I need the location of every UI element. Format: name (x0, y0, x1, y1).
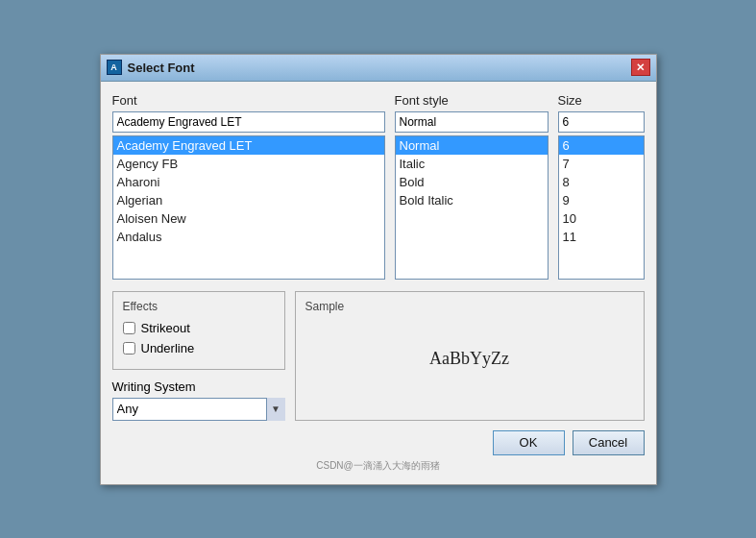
font-label: Font (112, 93, 385, 108)
writing-system-select[interactable]: Any (112, 398, 285, 421)
style-input[interactable] (395, 111, 549, 133)
font-item-andalus[interactable]: Andalus (113, 228, 384, 246)
size-list[interactable]: 6 7 8 9 10 11 (558, 135, 645, 280)
sample-text: AaBbYyZz (305, 321, 634, 398)
style-list[interactable]: Normal Italic Bold Bold Italic (395, 135, 549, 280)
style-section: Font style Normal Italic Bold Bold Itali… (395, 93, 549, 280)
font-item-agency-fb[interactable]: Agency FB (113, 155, 384, 173)
size-item-6[interactable]: 6 (559, 136, 644, 155)
size-item-11[interactable]: 11 (559, 228, 644, 246)
size-label: Size (558, 93, 645, 108)
underline-checkbox[interactable] (123, 342, 135, 355)
size-item-7[interactable]: 7 (559, 155, 644, 173)
font-section: Font Academy Engraved LET Agency FB Ahar… (112, 93, 385, 280)
dialog-body: Font Academy Engraved LET Agency FB Ahar… (101, 82, 656, 484)
size-item-8[interactable]: 8 (559, 173, 644, 191)
dialog-title: Select Font (128, 61, 195, 75)
close-button[interactable]: ✕ (631, 59, 650, 76)
underline-row: Underline (123, 341, 275, 355)
font-item-aharoni[interactable]: Aharoni (113, 173, 384, 191)
style-item-italic[interactable]: Italic (396, 155, 548, 173)
size-input[interactable] (558, 111, 645, 133)
cancel-button[interactable]: Cancel (573, 430, 645, 455)
strikeout-label: Strikeout (141, 321, 190, 335)
size-section: Size 6 7 8 9 10 11 (558, 93, 645, 280)
underline-label: Underline (141, 341, 195, 355)
strikeout-row: Strikeout (123, 321, 275, 335)
style-item-bold-italic[interactable]: Bold Italic (396, 191, 548, 209)
style-item-normal[interactable]: Normal (396, 136, 548, 155)
sample-title: Sample (305, 300, 634, 313)
style-item-bold[interactable]: Bold (396, 173, 548, 191)
writing-system-wrapper: Any ▼ (112, 398, 285, 421)
font-item-algerian[interactable]: Algerian (113, 191, 384, 209)
ok-button[interactable]: OK (493, 430, 565, 455)
bottom-section: Effects Strikeout Underline Writing Syst… (112, 291, 645, 421)
title-bar: A Select Font ✕ (101, 55, 656, 82)
title-bar-left: A Select Font (107, 60, 195, 75)
effects-title: Effects (123, 300, 275, 313)
top-section: Font Academy Engraved LET Agency FB Ahar… (112, 93, 645, 280)
strikeout-checkbox[interactable] (123, 322, 135, 334)
select-font-dialog: A Select Font ✕ Font Academy Engraved LE… (100, 54, 657, 485)
buttons-row: OK Cancel (112, 430, 645, 455)
dialog-icon: A (107, 60, 122, 75)
size-item-9[interactable]: 9 (559, 191, 644, 209)
style-label: Font style (395, 93, 549, 108)
font-input[interactable] (112, 111, 385, 133)
writing-system-label: Writing System (112, 379, 285, 394)
sample-box: Sample AaBbYyZz (295, 291, 645, 421)
watermark: CSDN@一滴涌入大海的雨猪 (112, 459, 645, 473)
effects-box: Effects Strikeout Underline (112, 291, 285, 370)
size-item-10[interactable]: 10 (559, 209, 644, 228)
font-item-academy-engraved[interactable]: Academy Engraved LET (113, 136, 384, 155)
writing-system-section: Writing System Any ▼ (112, 379, 285, 421)
left-bottom: Effects Strikeout Underline Writing Syst… (112, 291, 285, 421)
font-list[interactable]: Academy Engraved LET Agency FB Aharoni A… (112, 135, 385, 280)
font-item-aloisen-new[interactable]: Aloisen New (113, 209, 384, 228)
